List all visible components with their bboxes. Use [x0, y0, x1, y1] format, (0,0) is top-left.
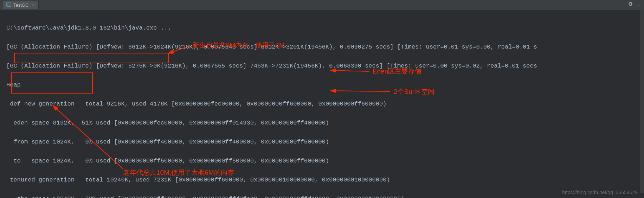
console-line: the space 10240K, 70% used [0x00000000ff… — [6, 194, 638, 198]
console-output: C:\software\Java\jdk1.8.0_162\bin\java.e… — [0, 10, 644, 198]
console-line: to space 1024K, 0% used [0x00000000ff500… — [6, 156, 638, 166]
watermark: https://blog.csdn.net/qq_36654629 — [562, 190, 638, 195]
console-line: tenured generation total 10240K, used 72… — [6, 175, 638, 185]
console-line: from space 1024K, 0% used [0x00000000ff4… — [6, 137, 638, 147]
console-line: [GC (Allocation Failure) [DefNew: 5275K-… — [6, 61, 638, 71]
console-line: Heap — [6, 80, 638, 90]
console-line: [GC (Allocation Failure) [DefNew: 6612K-… — [6, 42, 638, 52]
console-line: C:\software\Java\jdk1.8.0_162\bin\java.e… — [6, 23, 638, 33]
console-line: eden space 8192K, 51% used [0x00000000fe… — [6, 118, 638, 128]
tab-testgc[interactable]: TestGC × — [3, 1, 39, 9]
terminal-icon — [6, 2, 11, 8]
tab-label: TestGC — [13, 2, 28, 8]
svg-rect-0 — [7, 2, 11, 6]
close-icon[interactable]: × — [32, 2, 35, 8]
minimize-icon[interactable]: — — [637, 2, 641, 7]
gear-icon[interactable] — [627, 1, 633, 8]
console-line: def new generation total 9216K, used 417… — [6, 99, 638, 109]
tab-bar: TestGC × — — [0, 0, 644, 10]
